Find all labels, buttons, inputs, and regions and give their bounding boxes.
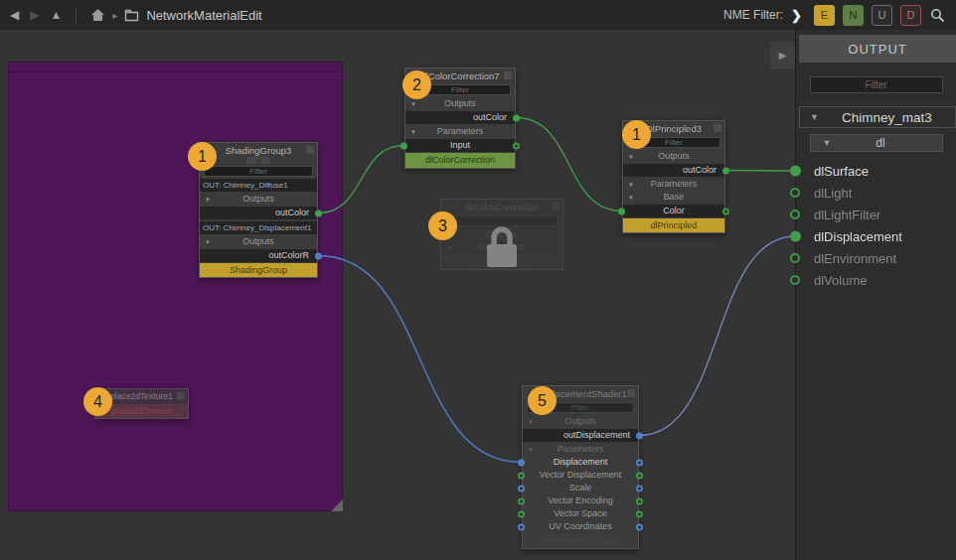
uv-coordinates-pass-port[interactable] [636, 523, 643, 530]
output-item-dlvolume[interactable]: dlVolume [796, 269, 956, 291]
order-badge: 1 [622, 120, 651, 149]
node-flag-icon[interactable] [504, 71, 512, 79]
color-pass-port[interactable] [722, 208, 729, 214]
input-port[interactable] [400, 142, 407, 149]
out-connection-row: OUT: Chimney_Diffuse1 [200, 179, 317, 192]
section-label: Parameters [651, 179, 698, 189]
nav-back-icon[interactable]: ◀ [10, 9, 19, 21]
panel-collapse-button[interactable]: ▶ [770, 42, 795, 69]
filter-button-unused[interactable]: U [872, 5, 892, 26]
order-badge: 2 [402, 70, 431, 99]
vector-encoding-input-port[interactable] [518, 497, 525, 504]
search-icon[interactable] [929, 7, 946, 24]
outputs-section-header[interactable]: ▼ Outputs [623, 150, 724, 163]
terminal-port[interactable] [790, 188, 800, 198]
input-row: Input [405, 139, 515, 152]
outdisplacement-output-port[interactable] [636, 432, 643, 439]
vector-space-row: Vector Space [523, 507, 638, 520]
port-label: Vector Space [554, 508, 607, 518]
outcolor-row: outColor [623, 164, 724, 177]
node-shading-group3[interactable]: ShadingGroup3 OUT: Chimney_Diffuse1 ▼ Ou… [199, 142, 318, 278]
backdrop-resize-handle[interactable] [331, 499, 343, 511]
outcolor-output-port[interactable] [722, 167, 729, 174]
top-toolbar: ◀ ▶ ▲ ▸ NetworkMaterialEdit NME Filter: … [0, 0, 956, 30]
triangle-down-icon: ▼ [628, 191, 634, 204]
panel-header: OUTPUT [799, 35, 956, 63]
vector-space-pass-port[interactable] [636, 510, 643, 517]
color-input-port[interactable] [618, 208, 625, 214]
base-section-header[interactable]: ▼ Base [623, 191, 724, 204]
section-label: Outputs [444, 98, 476, 108]
node-flag-icon[interactable] [177, 392, 185, 400]
expand-chevron-icon[interactable]: ❯ [791, 8, 802, 23]
outputs-section-header[interactable]: ▼ Outputs [200, 193, 317, 206]
collapse-pill-button[interactable] [246, 157, 270, 164]
parameters-section-header[interactable]: ▼ Parameters [405, 125, 515, 138]
displacement-input-port[interactable] [518, 459, 525, 466]
parameters-section-header[interactable]: ▼ Parameters [623, 178, 724, 191]
node-flag-icon[interactable] [306, 146, 314, 154]
panel-filter-input[interactable] [810, 76, 943, 93]
view-title: NetworkMaterialEdit [146, 8, 261, 23]
breadcrumb-arrow-icon: ▸ [112, 10, 117, 21]
terminal-port[interactable] [790, 275, 800, 285]
vector-encoding-pass-port[interactable] [636, 497, 643, 504]
displacement-row: Displacement [523, 456, 638, 469]
order-badge: 4 [83, 387, 112, 416]
section-label: Parameters [437, 126, 484, 136]
color-row: Color [623, 205, 724, 217]
uv-coordinates-input-port[interactable] [518, 523, 525, 530]
output-item-dllight[interactable]: dlLight [796, 182, 956, 204]
scale-pass-port[interactable] [636, 485, 643, 491]
nav-forward-icon[interactable]: ▶ [30, 9, 39, 21]
output-item-dlsurface[interactable]: dlSurface [796, 160, 956, 182]
outputs-section-header[interactable]: ▼ Outputs [200, 235, 317, 248]
input-pass-port[interactable] [513, 142, 520, 149]
backdrop-group[interactable] [8, 62, 343, 511]
terminal-label: dlLight [814, 186, 852, 201]
terminal-port[interactable] [790, 166, 801, 177]
material-name: Chimney_mat3 [819, 110, 955, 125]
outputs-section-header[interactable]: ▼ Outputs [405, 97, 515, 110]
node-color-correction-locked[interactable]: dlColorCorrection ▼ Outputs ▼ Parameters… [440, 199, 563, 270]
node-flag-icon [552, 203, 559, 210]
material-row[interactable]: ▼ Chimney_mat3 [799, 106, 956, 128]
terminal-port[interactable] [790, 210, 800, 219]
node-title: ShadingGroup3 [226, 145, 292, 156]
output-item-dlenvironment[interactable]: dlEnvironment [796, 247, 956, 269]
terminal-port[interactable] [790, 253, 800, 263]
triangle-down-icon: ▼ [528, 443, 534, 456]
home-icon[interactable] [90, 8, 105, 22]
parameters-section-header[interactable]: ▼ Parameters [523, 443, 638, 456]
port-label: outColor [473, 112, 507, 122]
triangle-right-icon: ▶ [779, 50, 787, 61]
vector-displacement-pass-port[interactable] [636, 472, 643, 479]
vector-space-input-port[interactable] [518, 510, 525, 517]
vector-displacement-input-port[interactable] [518, 472, 525, 479]
triangle-down-icon[interactable]: ▼ [810, 112, 819, 122]
output-item-dllightfilter[interactable]: dlLightFilter [796, 204, 956, 225]
triangle-down-icon[interactable]: ▼ [823, 138, 832, 148]
terminal-port[interactable] [790, 231, 801, 242]
output-item-dldisplacement[interactable]: dlDisplacement [796, 225, 956, 247]
outputs-section-header[interactable]: ▼ Outputs [523, 415, 638, 428]
displacement-pass-port[interactable] [636, 459, 643, 466]
node-type-footer: dlPrincipled [623, 218, 724, 232]
outcolorr-output-port[interactable] [315, 252, 322, 259]
outdisplacement-row: outDisplacement [523, 429, 638, 442]
scale-input-port[interactable] [518, 485, 525, 491]
nav-up-icon[interactable]: ▲ [50, 9, 62, 21]
filter-button-new[interactable]: N [843, 5, 864, 26]
filter-button-edited[interactable]: E [814, 5, 835, 26]
shader-group-row[interactable]: ▼ dl [810, 134, 943, 152]
filter-button-deleted[interactable]: D [900, 5, 921, 26]
port-label: outColor [275, 208, 309, 217]
node-flag-icon[interactable] [714, 124, 721, 132]
outcolor-output-port[interactable] [315, 210, 322, 216]
node-flag-icon[interactable] [627, 389, 635, 397]
outcolor-output-port[interactable] [513, 114, 520, 121]
node-filter-input[interactable] [204, 166, 313, 177]
node-title: dlColorCorrection7 [420, 70, 499, 81]
port-label: Displacement [554, 457, 608, 467]
node-title-bar[interactable]: ShadingGroup3 [200, 143, 317, 157]
